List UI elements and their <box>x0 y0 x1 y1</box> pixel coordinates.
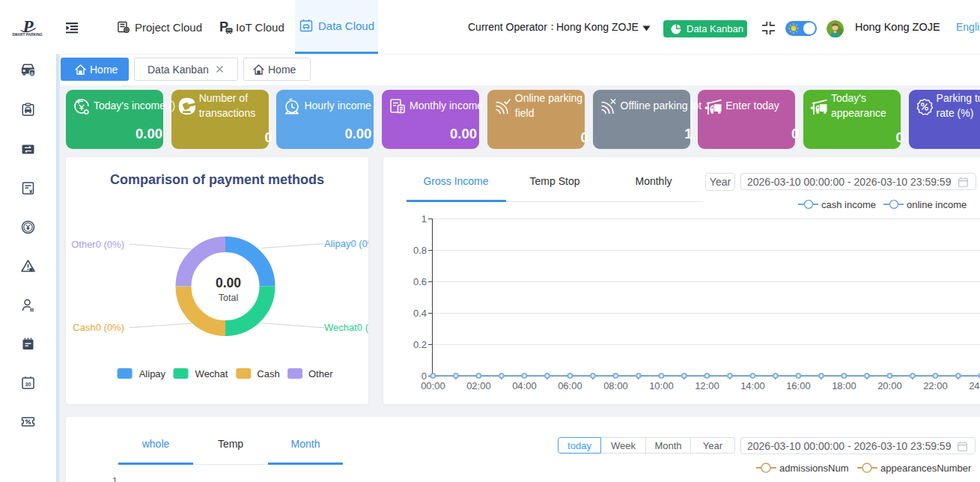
svg-text:00:00: 00:00 <box>421 380 445 391</box>
svg-text:1: 1 <box>421 213 427 225</box>
svg-text:08:00: 08:00 <box>603 380 628 391</box>
svg-text:0: 0 <box>911 372 915 379</box>
svg-text:0: 0 <box>660 372 663 379</box>
svg-text:Alipay0 (0%): Alipay0 (0%) <box>324 238 368 249</box>
svg-text:02:00: 02:00 <box>466 380 491 391</box>
svg-text:0: 0 <box>842 372 846 379</box>
svg-text:0: 0 <box>751 372 755 379</box>
svg-text:0.00: 0.00 <box>216 275 241 290</box>
svg-text:SMART PARKING: SMART PARKING <box>12 33 43 37</box>
svg-text:18:00: 18:00 <box>832 380 856 391</box>
svg-text:online income: online income <box>907 199 967 210</box>
svg-text:Cash: Cash <box>257 368 279 379</box>
svg-text:0: 0 <box>637 372 641 379</box>
svg-text:0: 0 <box>820 372 824 379</box>
svg-text:0: 0 <box>797 372 800 379</box>
svg-text:0: 0 <box>500 372 504 379</box>
svg-text:0: 0 <box>957 372 961 379</box>
svg-text:16:00: 16:00 <box>786 380 811 391</box>
svg-text:Total: Total <box>219 293 238 303</box>
svg-text:Other: Other <box>308 368 333 379</box>
svg-text:0.2: 0.2 <box>413 339 427 350</box>
svg-text:Other0 (0%): Other0 (0%) <box>71 239 124 250</box>
svg-text:12:00: 12:00 <box>695 380 719 391</box>
svg-text:20:00: 20:00 <box>877 380 902 391</box>
svg-text:0: 0 <box>865 372 869 379</box>
svg-text:admissionsNum: admissionsNum <box>779 463 848 474</box>
svg-text:Cash0 (0%): Cash0 (0%) <box>73 322 124 333</box>
svg-text:0: 0 <box>728 372 732 379</box>
svg-text:0: 0 <box>523 372 526 379</box>
svg-text:14:00: 14:00 <box>740 380 765 391</box>
svg-text:06:00: 06:00 <box>558 380 582 391</box>
svg-text:30: 30 <box>25 382 31 387</box>
svg-text:0: 0 <box>454 372 458 379</box>
svg-text:0: 0 <box>774 372 778 379</box>
svg-text:Alipay: Alipay <box>139 368 166 379</box>
svg-text:0: 0 <box>934 372 937 379</box>
svg-text:0.8: 0.8 <box>413 245 427 256</box>
svg-text:0: 0 <box>705 372 709 379</box>
svg-text:0: 0 <box>546 372 550 379</box>
svg-text:04:00: 04:00 <box>512 380 537 391</box>
svg-text:24:00: 24:00 <box>969 380 980 391</box>
svg-text:0: 0 <box>568 372 572 379</box>
svg-text:0: 0 <box>591 372 595 379</box>
svg-text:0: 0 <box>477 372 481 379</box>
svg-text:appearancesNumber: appearancesNumber <box>880 463 972 474</box>
svg-text:0.4: 0.4 <box>413 308 427 319</box>
svg-text:0: 0 <box>431 372 435 379</box>
svg-text:22:00: 22:00 <box>923 380 948 391</box>
svg-text:10:00: 10:00 <box>649 380 674 391</box>
svg-text:0.6: 0.6 <box>413 276 427 287</box>
svg-text:cash income: cash income <box>821 199 876 210</box>
svg-text:0: 0 <box>888 372 892 379</box>
svg-text:Wechat0 (0%): Wechat0 (0%) <box>324 322 368 333</box>
svg-text:0: 0 <box>614 372 618 379</box>
svg-text:Wechat: Wechat <box>195 368 228 379</box>
svg-text:0: 0 <box>683 372 687 379</box>
